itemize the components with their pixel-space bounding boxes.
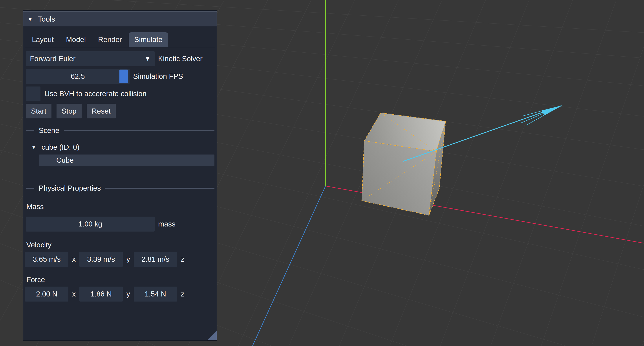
simulation-fps-slider[interactable]: 62.5 [26,69,130,84]
tab-layout[interactable]: Layout [26,32,59,47]
velocity-z-value: 2.81 m/s [142,255,169,263]
tools-window: ▼ Tools Layout Model Render Simulate For… [23,10,217,341]
mass-row: 1.00 kg mass [25,217,215,232]
velocity-x-value: 3.65 m/s [33,255,61,263]
resize-grip[interactable] [207,330,217,340]
force-z-input[interactable]: 1.54 N [134,286,177,301]
physical-properties-separator: Physical Properties [25,183,215,194]
sim-buttons-row: Start Stop Reset [25,104,215,118]
tree-expand-icon[interactable]: ▼ [31,144,36,150]
combo-arrow-icon[interactable]: ▼ [144,55,151,62]
force-z-value: 1.54 N [145,290,166,298]
tab-simulate[interactable]: Simulate [129,32,168,47]
tree-node-cube[interactable]: ▼ cube (ID: 0) [25,141,215,153]
separator-dash [26,130,34,131]
bvh-checkbox[interactable] [26,87,40,101]
bvh-row: Use BVH to accererate collision [25,87,215,101]
mass-input[interactable]: 1.00 kg [26,217,154,232]
axis-label-y: y [123,255,134,263]
separator-dash [26,188,34,189]
simulation-fps-row: 62.5 Simulation FPS [25,69,215,84]
scene-separator: Scene [25,125,215,136]
kinetic-solver-row: Forward Euler ▼ Kinetic Solver [25,51,215,66]
window-title: Tools [38,15,55,23]
velocity-row: 3.65 m/s x 3.39 m/s y 2.81 m/s z [25,252,215,267]
kinetic-solver-value: Forward Euler [30,55,76,63]
velocity-heading: Velocity [25,239,215,250]
force-y-value: 1.86 N [90,290,112,298]
mass-heading: Mass [25,201,215,212]
velocity-y-value: 3.39 m/s [87,255,115,263]
physical-properties-title: Physical Properties [39,184,101,192]
tree-item-label: Cube [56,156,74,164]
start-button[interactable]: Start [26,104,52,118]
slider-grab[interactable] [120,70,128,83]
window-titlebar[interactable]: ▼ Tools [23,11,217,27]
axis-label-x: x [68,255,80,263]
cube-mesh [362,113,446,215]
axis-label-x: x [68,290,80,298]
force-heading: Force [25,274,215,285]
velocity-x-input[interactable]: 3.65 m/s [25,252,68,267]
simulation-fps-value: 62.5 [70,72,85,81]
scene-section-title: Scene [39,126,60,135]
tab-bar: Layout Model Render Simulate [25,27,215,47]
velocity-z-input[interactable]: 2.81 m/s [134,252,177,267]
tab-render[interactable]: Render [92,32,127,47]
axis-label-z: z [177,290,188,298]
mass-label: mass [158,220,176,228]
separator-line [64,130,214,131]
force-x-input[interactable]: 2.00 N [25,286,68,301]
panel-content: Forward Euler ▼ Kinetic Solver 62.5 Simu… [25,47,215,340]
axis-label-z: z [177,255,188,263]
tree-item-cube-selected[interactable]: Cube [39,155,214,166]
axis-label-y: y [123,290,134,298]
tab-model[interactable]: Model [60,32,91,47]
velocity-y-input[interactable]: 3.39 m/s [80,252,123,267]
force-x-value: 2.00 N [36,290,58,298]
simulation-fps-label: Simulation FPS [133,72,183,81]
reset-button[interactable]: Reset [87,104,116,118]
mass-value: 1.00 kg [78,220,102,228]
stop-button[interactable]: Stop [56,104,82,118]
force-y-input[interactable]: 1.86 N [80,286,123,301]
collapse-triangle-icon[interactable]: ▼ [27,16,33,22]
kinetic-solver-label: Kinetic Solver [158,55,202,63]
tree-node-label: cube (ID: 0) [42,143,80,151]
separator-line [105,188,214,189]
kinetic-solver-combo[interactable]: Forward Euler ▼ [26,51,154,66]
bvh-checkbox-label: Use BVH to accererate collision [44,90,146,98]
force-row: 2.00 N x 1.86 N y 1.54 N z [25,286,215,301]
